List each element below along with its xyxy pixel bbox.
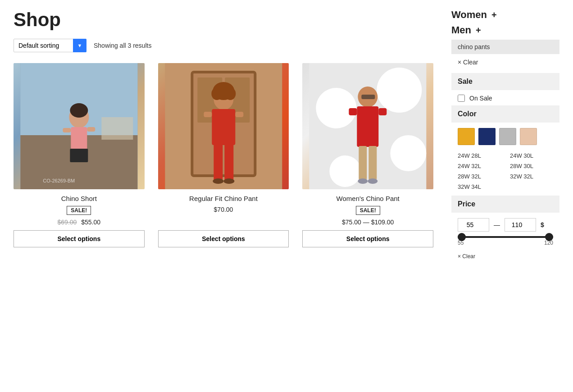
clear-price-button[interactable]: × Clear xyxy=(451,252,559,263)
svg-point-37 xyxy=(358,178,368,184)
on-sale-checkbox[interactable] xyxy=(458,95,465,102)
product-name-1: Chino Short xyxy=(61,195,97,202)
svg-rect-7 xyxy=(63,128,71,132)
size-item-28w30l[interactable]: 28W 30L xyxy=(510,162,553,170)
price-original-1: $69.00 xyxy=(58,219,77,226)
select-options-button-2[interactable]: Select options xyxy=(158,230,289,247)
size-item-28w32l[interactable]: 28W 32L xyxy=(458,172,501,181)
svg-point-38 xyxy=(368,178,378,184)
product-image-1: CO-26269-BM xyxy=(14,63,145,189)
svg-rect-40 xyxy=(379,108,387,115)
select-options-button-3[interactable]: Select options xyxy=(302,230,433,247)
product-card: Regular Fit Chino Pant $70.00 Select opt… xyxy=(158,63,289,247)
price-section-title: Price xyxy=(458,200,475,208)
color-swatch-navy[interactable] xyxy=(478,128,496,145)
svg-rect-22 xyxy=(224,144,233,180)
svg-rect-36 xyxy=(369,146,377,180)
color-swatch-peach[interactable] xyxy=(520,128,537,145)
svg-rect-6 xyxy=(71,127,87,150)
price-regular-2: $70.00 xyxy=(214,206,233,213)
svg-point-26 xyxy=(223,178,234,184)
on-sale-row[interactable]: On Sale xyxy=(451,91,559,105)
sale-section-title: Sale xyxy=(458,77,473,85)
color-section-title: Color xyxy=(458,110,477,118)
product-image-2 xyxy=(158,63,289,189)
men-expand-icon: + xyxy=(476,25,481,36)
svg-rect-9 xyxy=(70,149,88,162)
svg-text:CO-26269-BM: CO-26269-BM xyxy=(43,178,75,183)
sidebar-category-women[interactable]: Women + xyxy=(451,9,559,21)
clear-filter-button[interactable]: × Clear xyxy=(451,56,559,68)
sale-badge-1: SALE! xyxy=(67,206,91,215)
price-slider-thumb-right[interactable] xyxy=(545,233,553,241)
sale-section-header: Sale xyxy=(451,73,559,90)
size-item-24w30l[interactable]: 24W 30L xyxy=(510,151,553,160)
svg-point-28 xyxy=(316,88,357,128)
price-wrapper-2: $70.00 xyxy=(214,206,233,213)
sort-select-wrapper: Default sorting Popularity Price: Low to… xyxy=(14,39,86,52)
svg-point-29 xyxy=(377,68,422,113)
sort-select[interactable]: Default sorting Popularity Price: Low to… xyxy=(14,39,86,52)
price-dash: — xyxy=(494,221,500,228)
women-expand-icon: + xyxy=(491,10,497,20)
svg-rect-39 xyxy=(349,108,357,115)
women-label: Women xyxy=(451,9,487,21)
price-range-labels: 55 120 xyxy=(458,238,553,248)
svg-rect-23 xyxy=(204,112,212,117)
search-tag: chino pants xyxy=(451,40,559,54)
svg-point-19 xyxy=(225,87,236,100)
size-item-24w28l[interactable]: 24W 28L xyxy=(458,151,501,160)
men-label: Men xyxy=(451,24,471,36)
svg-rect-21 xyxy=(214,144,223,180)
color-swatch-yellow[interactable] xyxy=(458,128,475,145)
color-swatch-gray[interactable] xyxy=(499,128,516,145)
product-grid: CO-26269-BM Chino Short SALE! $69.00 $55… xyxy=(14,63,433,247)
color-section-header: Color xyxy=(451,105,559,123)
svg-rect-8 xyxy=(87,127,95,132)
sidebar-category-men[interactable]: Men + xyxy=(451,24,559,36)
price-wrapper-1: $69.00 $55.00 xyxy=(58,219,101,226)
price-wrapper-3: $75.00 — $109.00 xyxy=(342,219,394,226)
page-title: Shop xyxy=(14,9,433,31)
svg-point-31 xyxy=(330,155,361,187)
svg-point-5 xyxy=(70,103,88,118)
price-currency: $ xyxy=(541,221,544,228)
toolbar: Default sorting Popularity Price: Low to… xyxy=(14,39,433,52)
svg-rect-20 xyxy=(212,109,235,145)
product-card: CO-26269-BM Chino Short SALE! $69.00 $55… xyxy=(14,63,145,247)
price-slider-thumb-left[interactable] xyxy=(458,233,466,241)
on-sale-label: On Sale xyxy=(469,95,492,102)
product-name-3: Women's Chino Pant xyxy=(337,195,400,202)
product-name-2: Regular Fit Chino Pant xyxy=(189,195,258,202)
svg-point-30 xyxy=(391,135,427,171)
svg-rect-33 xyxy=(362,95,375,99)
color-swatches xyxy=(451,123,559,150)
svg-rect-3 xyxy=(101,117,133,140)
select-options-button-1[interactable]: Select options xyxy=(14,230,145,247)
results-count: Showing all 3 results xyxy=(94,42,151,49)
sidebar: Women + Men + chino pants × Clear Sale O… xyxy=(451,9,559,263)
price-section-header: Price xyxy=(451,196,559,213)
svg-point-25 xyxy=(213,178,223,184)
price-slider-track xyxy=(458,236,553,238)
size-item-32w32l[interactable]: 32W 32L xyxy=(510,172,553,181)
sale-badge-3: SALE! xyxy=(356,206,380,215)
main-content: Shop Default sorting Popularity Price: L… xyxy=(14,9,433,263)
svg-rect-24 xyxy=(235,112,243,117)
price-max-input[interactable] xyxy=(505,218,536,232)
product-image-3 xyxy=(302,63,433,189)
size-item-32w34l[interactable]: 32W 34L xyxy=(458,182,501,191)
price-inputs: — $ xyxy=(451,214,559,236)
svg-point-18 xyxy=(211,87,222,100)
price-slider-wrapper: 55 120 xyxy=(451,236,559,252)
svg-rect-34 xyxy=(357,106,379,147)
size-grid: 24W 28L 24W 30L 24W 32L 28W 30L 28W 32L … xyxy=(451,150,559,196)
price-min-input[interactable] xyxy=(458,218,489,232)
price-sale-1: $55.00 xyxy=(81,219,100,226)
svg-rect-35 xyxy=(359,146,367,180)
size-item-24w32l[interactable]: 24W 32L xyxy=(458,162,501,170)
product-card: Women's Chino Pant SALE! $75.00 — $109.0… xyxy=(302,63,433,247)
price-range-3: $75.00 — $109.00 xyxy=(342,219,394,226)
